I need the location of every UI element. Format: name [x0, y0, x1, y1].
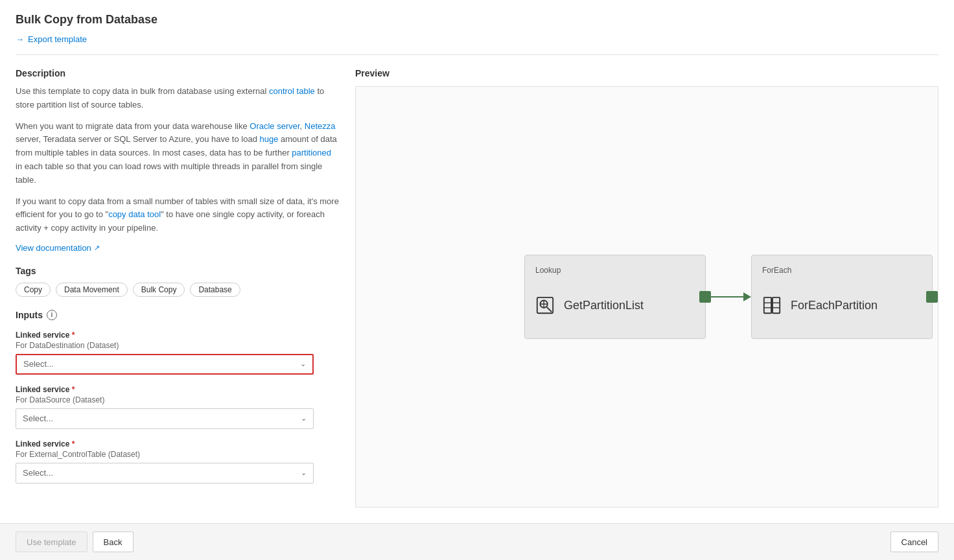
- svg-rect-5: [764, 298, 771, 313]
- cancel-button[interactable]: Cancel: [890, 531, 938, 552]
- tag-bulk-copy: Bulk Copy: [133, 283, 185, 297]
- linked-service-group-3: Linked service * For External_ControlTab…: [16, 439, 340, 484]
- pipeline-diagram: Lookup GetPart: [524, 255, 933, 339]
- linked-service-sublabel-2: For DataSource (Dataset): [16, 395, 340, 404]
- view-docs-link[interactable]: View documentation ↗: [16, 243, 100, 253]
- arrow-head: [743, 292, 751, 301]
- required-star-3: *: [72, 439, 75, 449]
- inputs-info-icon[interactable]: i: [47, 310, 57, 320]
- arrow-connector: [706, 292, 751, 301]
- left-panel: Description Use this template to copy da…: [16, 68, 340, 523]
- preview-canvas: Lookup GetPart: [355, 86, 938, 508]
- export-icon: →: [16, 34, 24, 44]
- foreach-node-label: ForEachPartition: [791, 299, 878, 312]
- linked-service-label-1: Linked service *: [16, 331, 340, 340]
- tag-database: Database: [190, 283, 240, 297]
- right-panel: Preview Lookup: [355, 68, 938, 523]
- lookup-icon: [535, 296, 555, 315]
- back-button[interactable]: Back: [93, 531, 134, 552]
- footer-left: Use template Back: [16, 531, 134, 552]
- description-para-3: If you want to copy data from a small nu…: [16, 195, 340, 235]
- desc-link-copy-tool[interactable]: copy data tool: [108, 209, 161, 219]
- lookup-node-label: GetPartitionList: [564, 299, 644, 312]
- lookup-node: Lookup GetPart: [524, 255, 706, 339]
- svg-line-2: [547, 307, 552, 312]
- foreach-node-header: ForEach: [762, 266, 922, 275]
- use-template-button[interactable]: Use template: [16, 531, 87, 552]
- linked-service-sublabel-3: For External_ControlTable (Dataset): [16, 450, 340, 459]
- preview-title: Preview: [355, 68, 938, 78]
- content-area: Description Use this template to copy da…: [16, 68, 938, 523]
- select-placeholder-2: Select...: [23, 414, 53, 423]
- linked-service-select-3[interactable]: Select... ⌄: [16, 463, 314, 484]
- dropdown-arrow-3: ⌄: [301, 469, 307, 477]
- svg-rect-6: [773, 298, 780, 313]
- desc-link-partitioned[interactable]: partitioned: [292, 148, 331, 158]
- desc-link-huge[interactable]: huge: [259, 134, 278, 144]
- inputs-section: Inputs i Linked service * For DataDestin…: [16, 310, 340, 484]
- linked-service-label-3: Linked service *: [16, 439, 340, 449]
- select-placeholder-1: Select...: [23, 359, 54, 369]
- foreach-node-body: ForEachPartition: [762, 283, 922, 328]
- tag-copy: Copy: [16, 283, 51, 297]
- foreach-icon: [762, 296, 782, 315]
- tags-title: Tags: [16, 266, 340, 276]
- desc-link-1[interactable]: control table: [269, 86, 315, 96]
- page-title: Bulk Copy from Database: [16, 13, 938, 27]
- external-link-icon: ↗: [94, 244, 100, 252]
- linked-service-label-2: Linked service *: [16, 385, 340, 394]
- dropdown-arrow-1: ⌄: [300, 360, 306, 368]
- export-template-link[interactable]: → Export template: [16, 34, 938, 44]
- main-content: Bulk Copy from Database → Export templat…: [0, 0, 954, 523]
- linked-service-group-2: Linked service * For DataSource (Dataset…: [16, 385, 340, 429]
- linked-service-group-1: Linked service * For DataDestination (Da…: [16, 331, 340, 375]
- tag-data-movement: Data Movement: [56, 283, 128, 297]
- select-placeholder-3: Select...: [23, 468, 53, 478]
- footer-right: Cancel: [890, 531, 938, 552]
- tags-section: Tags Copy Data Movement Bulk Copy Databa…: [16, 266, 340, 297]
- required-star-2: *: [72, 385, 75, 394]
- description-para-2: When you want to migrate data from your …: [16, 120, 340, 187]
- required-star-1: *: [72, 331, 75, 340]
- description-title: Description: [16, 68, 340, 78]
- description-section: Description Use this template to copy da…: [16, 68, 340, 266]
- desc-link-netezza[interactable]: Netezza: [305, 121, 336, 131]
- linked-service-sublabel-1: For DataDestination (Dataset): [16, 341, 340, 350]
- description-para-1: Use this template to copy data in bulk f…: [16, 85, 340, 112]
- foreach-connector-right: [926, 291, 938, 303]
- lookup-node-header: Lookup: [535, 266, 695, 275]
- header-divider: [16, 54, 938, 55]
- inputs-title: Inputs i: [16, 310, 340, 320]
- linked-service-select-2[interactable]: Select... ⌄: [16, 408, 314, 429]
- footer-bar: Use template Back Cancel: [0, 523, 954, 560]
- foreach-node: ForEach: [751, 255, 933, 339]
- linked-service-select-1[interactable]: Select... ⌄: [16, 354, 314, 375]
- lookup-node-body: GetPartitionList: [535, 283, 695, 328]
- desc-link-oracle[interactable]: Oracle server: [250, 121, 299, 131]
- dropdown-arrow-2: ⌄: [301, 414, 307, 423]
- tags-list: Copy Data Movement Bulk Copy Database: [16, 283, 340, 297]
